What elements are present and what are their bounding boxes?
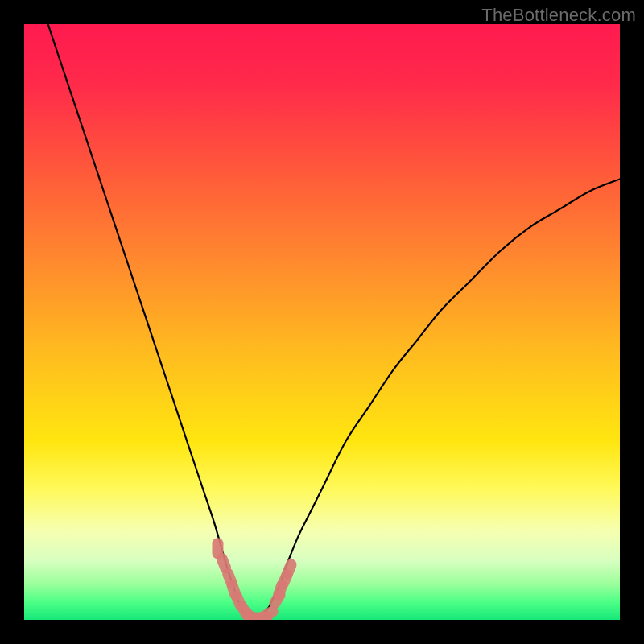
curve-layer — [24, 24, 620, 620]
plot-area — [24, 24, 620, 620]
bottleneck-curve — [48, 24, 620, 620]
highlighted-points — [213, 538, 299, 620]
chart-frame: TheBottleneck.com — [0, 0, 644, 644]
watermark-text: TheBottleneck.com — [481, 5, 636, 26]
